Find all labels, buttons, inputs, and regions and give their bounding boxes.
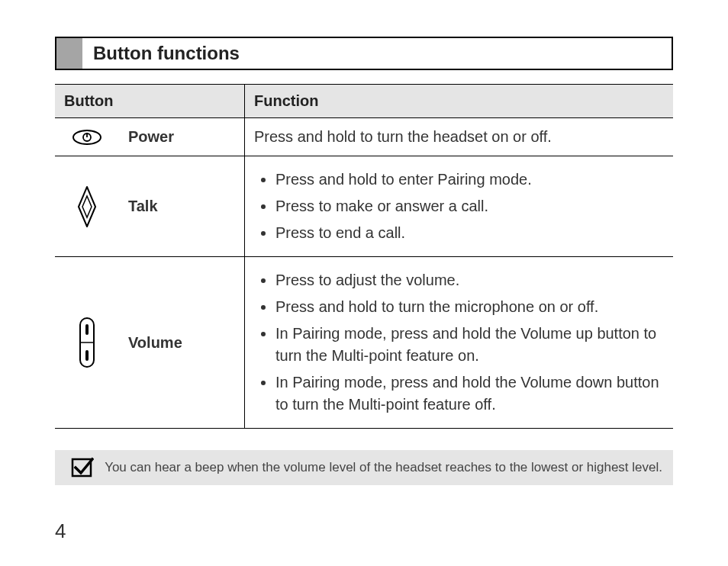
icon-cell <box>55 257 119 429</box>
list-item: Press and hold to turn the microphone on… <box>275 296 664 318</box>
function-cell: Press to adjust the volume. Press and ho… <box>245 257 674 429</box>
table-row: Power Press and hold to turn the headset… <box>55 118 673 156</box>
list-item: Press to make or answer a call. <box>275 195 664 217</box>
icon-cell <box>55 156 119 257</box>
talk-icon <box>76 185 98 228</box>
button-name: Volume <box>119 257 245 429</box>
list-item: In Pairing mode, press and hold the Volu… <box>275 323 664 367</box>
list-item: Press and hold to enter Pairing mode. <box>275 169 664 191</box>
checkmark-icon <box>71 456 94 479</box>
header-stub <box>56 38 82 69</box>
list-item: Press to adjust the volume. <box>275 269 664 291</box>
note-text: You can hear a beep when the volume leve… <box>105 459 662 477</box>
svg-rect-6 <box>85 350 89 361</box>
note-box: You can hear a beep when the volume leve… <box>55 450 673 485</box>
icon-cell <box>55 118 119 156</box>
header-button: Button <box>55 85 245 118</box>
power-icon <box>72 129 102 146</box>
volume-icon <box>77 315 97 370</box>
button-name: Talk <box>119 156 245 257</box>
button-name: Power <box>119 118 245 156</box>
list-item: Press to end a call. <box>275 222 664 244</box>
function-cell: Press and hold to turn the headset on or… <box>245 118 674 156</box>
section-header: Button functions <box>55 37 673 70</box>
section-title: Button functions <box>82 38 672 69</box>
function-list: Press to adjust the volume. Press and ho… <box>254 269 664 416</box>
function-list: Press and hold to enter Pairing mode. Pr… <box>254 169 664 244</box>
function-cell: Press and hold to enter Pairing mode. Pr… <box>245 156 674 257</box>
table-row: Volume Press to adjust the volume. Press… <box>55 257 673 429</box>
svg-rect-5 <box>85 324 89 335</box>
header-function: Function <box>245 85 674 118</box>
table-row: Talk Press and hold to enter Pairing mod… <box>55 156 673 257</box>
manual-page: Button functions Button Function Power <box>0 0 728 566</box>
list-item: In Pairing mode, press and hold the Volu… <box>275 371 664 416</box>
page-number: 4 <box>55 519 66 543</box>
button-function-table: Button Function Power Press and hold to … <box>55 84 673 429</box>
